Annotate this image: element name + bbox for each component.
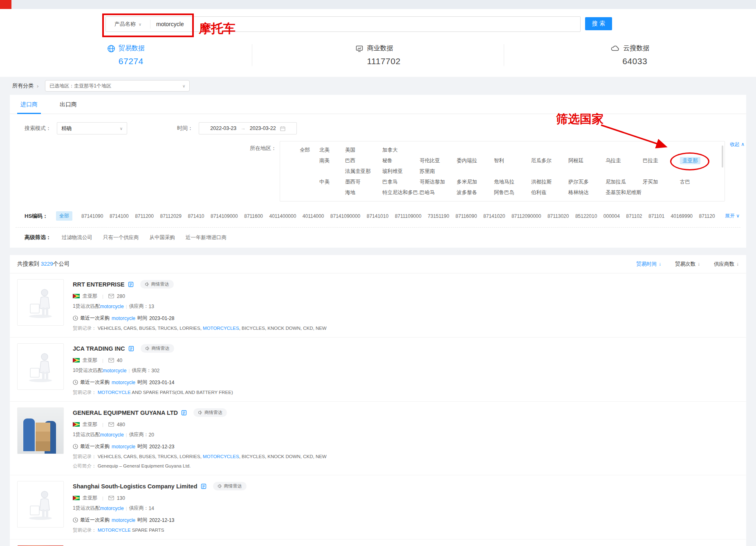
hs-code-option[interactable]: 8714100 bbox=[110, 213, 129, 219]
region-option[interactable]: 玻利维亚 bbox=[382, 166, 420, 177]
hs-code-option[interactable]: 87112090000 bbox=[511, 213, 541, 219]
region-option[interactable]: 伯利兹 bbox=[531, 187, 568, 198]
tab-importers[interactable]: 进口商 bbox=[16, 95, 43, 114]
region-option[interactable]: 巴拿马 bbox=[382, 177, 420, 187]
last-purchase-keyword-link[interactable]: motorcycle bbox=[112, 444, 135, 450]
hs-code-option[interactable]: 8714109000 bbox=[211, 213, 238, 219]
expand-link[interactable]: 展开 ∨ bbox=[725, 213, 740, 219]
hs-code-option[interactable]: 87141090 bbox=[81, 213, 103, 219]
company-name[interactable]: Shanghai South-Logistics Company Limited bbox=[73, 483, 197, 490]
trade-records-highlight[interactable]: MOTORCYCLES bbox=[203, 326, 239, 331]
company-name[interactable]: RRT ENTERPRISE bbox=[73, 281, 125, 288]
region-option[interactable]: 多米尼加 bbox=[457, 177, 494, 187]
all-categories-link[interactable]: 所有分类 bbox=[12, 82, 34, 90]
region-option[interactable]: 委内瑞拉 bbox=[457, 155, 494, 166]
hs-code-option[interactable]: 87116090 bbox=[455, 213, 477, 219]
hs-code-option[interactable]: 87113020 bbox=[547, 213, 569, 219]
region-option[interactable]: 阿根廷 bbox=[568, 155, 606, 166]
match-keyword-link[interactable]: motorcycle bbox=[100, 432, 124, 438]
region-option[interactable]: 萨尔瓦多 bbox=[568, 177, 606, 187]
region-option[interactable]: 乌拉圭 bbox=[606, 155, 643, 166]
region-option[interactable]: 古巴 bbox=[680, 177, 717, 187]
hs-code-option[interactable]: 73151190 bbox=[428, 213, 449, 219]
region-option[interactable]: 巴拉圭 bbox=[643, 155, 680, 166]
company-detail-icon[interactable] bbox=[181, 410, 187, 416]
hs-code-option[interactable]: 871120 bbox=[699, 213, 715, 219]
company-name[interactable]: JCA TRADING INC bbox=[73, 345, 125, 352]
advanced-filter-option[interactable]: 近一年新增进口商 bbox=[186, 234, 227, 241]
hs-code-option[interactable]: 87112029 bbox=[160, 213, 182, 219]
tab-exporters[interactable]: 出口商 bbox=[55, 95, 82, 114]
business-radar-badge[interactable]: 商情雷达 bbox=[140, 280, 174, 289]
sort-option[interactable]: 供应商数 ↓ bbox=[714, 261, 739, 268]
region-option[interactable]: 圭亚那 bbox=[680, 155, 717, 166]
company-detail-icon[interactable] bbox=[201, 483, 206, 489]
region-option[interactable]: 厄瓜多尔 bbox=[531, 155, 568, 166]
hs-code-option[interactable]: 8711109000 bbox=[395, 213, 422, 219]
region-option[interactable]: 哥斯达黎加 bbox=[420, 177, 457, 187]
region-option[interactable]: 北美 bbox=[319, 145, 345, 155]
region-option[interactable]: 海地 bbox=[345, 187, 382, 198]
collapse-link[interactable]: 收起 ∧ bbox=[730, 141, 745, 148]
company-detail-icon[interactable] bbox=[128, 346, 134, 351]
region-option[interactable]: 苏里南 bbox=[420, 166, 457, 177]
business-radar-badge[interactable]: 商情雷达 bbox=[141, 344, 174, 353]
trade-records-highlight[interactable]: MOTORCYCLE bbox=[98, 528, 131, 533]
region-option[interactable]: 尼加拉瓜 bbox=[606, 177, 643, 187]
hs-code-option[interactable]: 000004 bbox=[603, 213, 620, 219]
region-option[interactable]: 南美 bbox=[319, 155, 345, 166]
last-purchase-keyword-link[interactable]: motorcycle bbox=[112, 316, 135, 321]
hs-code-option[interactable]: 4011400000 bbox=[269, 213, 296, 219]
search-bar[interactable]: 产品名称 ∨ bbox=[105, 16, 581, 32]
region-option[interactable]: 美国 bbox=[345, 145, 382, 155]
hs-code-option[interactable]: 8711200 bbox=[135, 213, 154, 219]
search-button[interactable]: 搜 索 bbox=[585, 17, 612, 30]
advanced-filter-option[interactable]: 只有一个供应商 bbox=[103, 234, 139, 241]
company-name[interactable]: GENERAL EQUIPMENT GUYANA LTD bbox=[73, 410, 178, 416]
region-option[interactable]: 秘鲁 bbox=[382, 155, 420, 166]
stat-trade-data[interactable]: 贸易数据 67274 bbox=[0, 44, 252, 66]
match-keyword-link[interactable]: motorcycle bbox=[100, 506, 124, 511]
business-radar-badge[interactable]: 商情雷达 bbox=[193, 408, 227, 417]
region-option[interactable]: 哥伦比亚 bbox=[420, 155, 457, 166]
hs-code-option[interactable]: 87141020 bbox=[483, 213, 505, 219]
stat-cloud-search-data[interactable]: 云搜数据 64033 bbox=[504, 44, 756, 66]
stat-business-data[interactable]: 商业数据 1117702 bbox=[252, 44, 505, 66]
match-keyword-link[interactable]: motorcycle bbox=[103, 368, 126, 374]
hs-code-all-option[interactable]: 全部 bbox=[56, 211, 72, 221]
hs-code-option[interactable]: 8711600 bbox=[244, 213, 263, 219]
date-from[interactable]: 2022-03-23 bbox=[210, 125, 236, 131]
selected-region-dropdown[interactable]: 已选地区：圭亚那等1个地区 ∨ bbox=[45, 80, 190, 92]
company-detail-icon[interactable] bbox=[128, 282, 134, 287]
trade-records-highlight[interactable]: MOTORCYCLE bbox=[98, 390, 131, 395]
company-card[interactable]: RUDISA MOTOR COMPANY GUYANA INC 商情雷达 bbox=[10, 539, 746, 546]
hs-code-option[interactable]: 85122010 bbox=[575, 213, 597, 219]
region-option[interactable]: 全部 bbox=[300, 145, 319, 155]
region-option[interactable]: 阿鲁巴岛 bbox=[494, 187, 531, 198]
region-option[interactable]: 中美 bbox=[319, 177, 345, 187]
region-option[interactable]: 巴西 bbox=[345, 155, 382, 166]
region-option[interactable]: 波多黎各 bbox=[457, 187, 494, 198]
search-field-dropdown[interactable]: 产品名称 ∨ bbox=[106, 20, 150, 29]
hs-code-option[interactable]: 40114000 bbox=[303, 213, 324, 219]
region-option[interactable]: 格林纳达 bbox=[568, 187, 606, 198]
hs-code-option[interactable]: 87141010 bbox=[367, 213, 388, 219]
date-range-picker[interactable]: 2022-03-23 → 2023-03-22 bbox=[199, 122, 297, 134]
sort-option[interactable]: 贸易时间 ↓ bbox=[636, 261, 661, 268]
search-mode-select[interactable]: 精确 ∨ bbox=[57, 122, 127, 134]
last-purchase-keyword-link[interactable]: motorcycle bbox=[112, 380, 135, 385]
hs-code-option[interactable]: 87141090000 bbox=[330, 213, 360, 219]
match-keyword-link[interactable]: motorcycle bbox=[100, 304, 124, 309]
region-option[interactable]: 牙买加 bbox=[643, 177, 680, 187]
sort-option[interactable]: 贸易次数 ↓ bbox=[675, 261, 700, 268]
company-card[interactable]: Shanghai South-Logistics Company Limited… bbox=[10, 475, 746, 539]
business-radar-badge[interactable]: 商情雷达 bbox=[213, 482, 247, 490]
company-card[interactable]: JCA TRADING INC 商情雷达 bbox=[10, 338, 746, 402]
company-card[interactable]: RRT ENTERPRISE 商情雷达 bbox=[10, 273, 746, 338]
date-to[interactable]: 2023-03-22 bbox=[250, 125, 276, 131]
region-option[interactable]: 特立尼达和多巴... bbox=[382, 187, 420, 198]
region-option[interactable]: 墨西哥 bbox=[345, 177, 382, 187]
hs-code-option[interactable]: 40169990 bbox=[671, 213, 693, 219]
advanced-filter-option[interactable]: 从中国采购 bbox=[150, 234, 175, 241]
region-option[interactable]: 洪都拉斯 bbox=[531, 177, 568, 187]
